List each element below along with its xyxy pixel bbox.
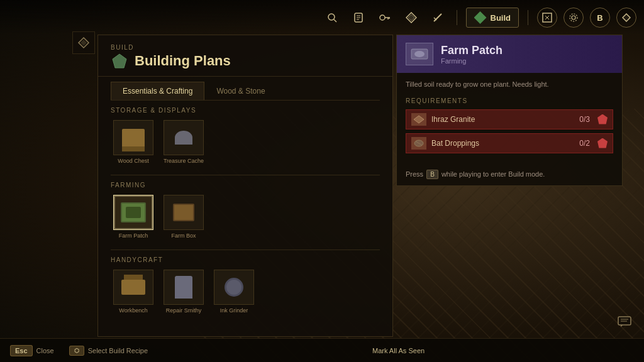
- hint-key: B: [426, 170, 438, 179]
- treasure-cache-label: Treasure Cache: [164, 158, 204, 165]
- wood-chest-label: Wood Chest: [118, 158, 148, 165]
- req-count-0: 0/3: [579, 115, 590, 124]
- tab-wood-stone[interactable]: Wood & Stone: [204, 82, 277, 100]
- requirements-label: REQUIREMENTS: [406, 97, 613, 104]
- key-icon[interactable]: [375, 8, 395, 28]
- smithy-icon: [175, 276, 192, 299]
- farm-patch-icon-box[interactable]: [113, 195, 153, 230]
- scroll-icon[interactable]: [348, 8, 369, 28]
- item-treasure-cache[interactable]: Treasure Cache: [161, 120, 206, 165]
- req-name-1: Bat Droppings: [431, 139, 574, 148]
- grinder-label: Ink Grinder: [220, 307, 248, 314]
- farming-items-grid: Farm Patch Farm Box: [111, 195, 380, 239]
- hud-separator: [457, 10, 457, 25]
- info-title-area: Farm Patch Farming: [441, 44, 502, 65]
- svg-point-25: [414, 51, 425, 57]
- extra-icon[interactable]: [616, 8, 636, 28]
- bottom-center: Mark All As Seen: [163, 347, 634, 354]
- req-status-icon-0: [597, 114, 608, 124]
- hud-separator-2: [528, 10, 528, 25]
- item-farm-box[interactable]: Farm Box: [161, 195, 206, 239]
- requirement-row-0: Ihraz Granite 0/3: [406, 109, 613, 129]
- svg-marker-20: [623, 14, 630, 21]
- svg-marker-23: [113, 54, 126, 68]
- select-recipe-label: Select Build Recipe: [88, 347, 148, 354]
- grinder-icon-box[interactable]: [214, 270, 254, 305]
- info-card-body: Tilled soil ready to grow one plant. Nee…: [397, 73, 622, 163]
- panel-build-label: BUILD: [111, 44, 380, 51]
- search-icon[interactable]: [322, 8, 342, 28]
- bottom-bar: Esc Close ⬡ Select Build Recipe Mark All…: [0, 338, 644, 362]
- workbench-icon: [121, 280, 145, 295]
- svg-point-19: [570, 14, 577, 21]
- chat-icon[interactable]: [618, 316, 631, 331]
- diamond-icon[interactable]: [401, 8, 421, 28]
- svg-point-6: [380, 15, 385, 20]
- workbench-label: Workbench: [119, 307, 147, 314]
- svg-marker-26: [414, 116, 424, 123]
- panel-title-text: Building Plans: [135, 53, 231, 69]
- item-workbench[interactable]: Workbench: [111, 270, 156, 314]
- panel-title: Building Plans: [111, 52, 380, 70]
- req-name-0: Ihraz Granite: [431, 115, 574, 124]
- close-label: Close: [36, 347, 54, 354]
- mark-all-label[interactable]: Mark All As Seen: [372, 347, 425, 354]
- farm-inner: [126, 207, 141, 218]
- info-panel: Farm Patch Farming Tilled soil ready to …: [396, 35, 623, 189]
- storage-items-grid: Wood Chest Treasure Cache: [111, 120, 380, 165]
- info-hint: Press B while playing to enter Build mod…: [397, 163, 622, 185]
- divider-farming: [111, 175, 380, 175]
- top-hud: Build B: [0, 0, 644, 35]
- player-icon[interactable]: [537, 8, 557, 28]
- grinder-icon: [225, 278, 243, 297]
- build-button[interactable]: Build: [466, 8, 519, 28]
- hud-icon-group: Build B: [322, 8, 637, 28]
- panel-content[interactable]: STORAGE & DISPLAYS Wood Chest Treasure C…: [98, 101, 392, 320]
- building-plans-panel: BUILD Building Plans Essentials & Crafti…: [97, 35, 393, 337]
- action-select-recipe: ⬡ Select Build Recipe: [69, 346, 148, 356]
- item-wood-chest[interactable]: Wood Chest: [111, 120, 156, 165]
- hint-text-after: while playing to enter Build mode.: [441, 170, 545, 178]
- select-key[interactable]: ⬡: [69, 346, 84, 356]
- farm-box-label: Farm Box: [171, 233, 196, 239]
- requirement-row-1: Bat Droppings 0/2: [406, 133, 613, 153]
- tab-essentials[interactable]: Essentials & Crafting: [111, 82, 204, 100]
- treasure-cache-icon-box[interactable]: [164, 120, 204, 155]
- tabs-bar: Essentials & Crafting Wood & Stone: [98, 77, 392, 100]
- svg-point-0: [328, 14, 335, 20]
- item-ink-grinder[interactable]: Ink Grinder: [211, 270, 257, 314]
- info-card: Farm Patch Farming Tilled soil ready to …: [396, 35, 623, 186]
- info-item-icon: [406, 43, 433, 65]
- farmbox-icon: [173, 204, 194, 221]
- workbench-icon-box[interactable]: [113, 270, 153, 305]
- req-status-icon-1: [597, 138, 608, 148]
- build-label: Build: [491, 13, 511, 23]
- divider-handycraft: [111, 250, 380, 250]
- req-icon-0: [411, 113, 426, 126]
- action-close: Esc Close: [10, 345, 54, 356]
- req-count-1: 0/2: [579, 139, 590, 148]
- sword-icon[interactable]: [428, 8, 448, 28]
- hint-text-before: Press: [406, 170, 423, 178]
- wood-chest-icon-box[interactable]: [113, 120, 153, 155]
- farm-icon: [121, 202, 146, 222]
- smithy-icon-box[interactable]: [164, 270, 204, 305]
- svg-line-1: [334, 19, 336, 22]
- esc-key[interactable]: Esc: [10, 345, 33, 356]
- settings-icon[interactable]: [564, 8, 584, 28]
- svg-point-18: [572, 16, 575, 19]
- info-item-category: Farming: [441, 57, 502, 65]
- farm-box-icon-box[interactable]: [164, 195, 204, 230]
- info-card-header: Farm Patch Farming: [397, 35, 622, 73]
- smithy-label: Repair Smithy: [166, 307, 202, 314]
- info-item-name: Farm Patch: [441, 44, 502, 57]
- section-farming-label: FARMING: [111, 182, 380, 189]
- build-icon: [474, 11, 487, 24]
- item-farm-patch[interactable]: Farm Patch: [111, 195, 156, 239]
- chest-icon: [122, 129, 145, 146]
- section-handycraft-label: HANDYCRAFT: [111, 256, 380, 263]
- profile-icon[interactable]: B: [590, 8, 610, 28]
- farm-patch-label: Farm Patch: [119, 233, 148, 239]
- item-repair-smithy[interactable]: Repair Smithy: [161, 270, 206, 314]
- handycraft-items-grid: Workbench Repair Smithy Ink Grinder: [111, 270, 380, 314]
